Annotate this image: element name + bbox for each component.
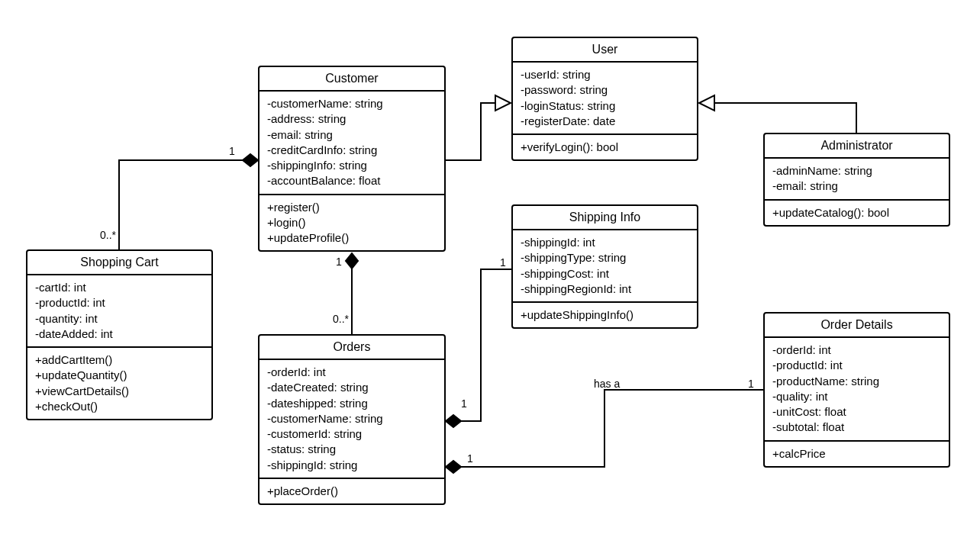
operation: +updateShippingInfo() xyxy=(521,307,689,323)
edge-admin-user xyxy=(714,103,856,133)
attribute: -password: string xyxy=(521,82,689,98)
generalization-arrow-icon xyxy=(495,95,511,111)
attributes-section: -orderId: int -dateCreated: string -date… xyxy=(260,360,444,478)
multiplicity-label: 1 xyxy=(500,256,506,269)
operation: +verifyLogin(): bool xyxy=(521,140,689,155)
attributes-section: -shippingId: int -shippingType: string -… xyxy=(513,230,697,301)
edge-customer-cart xyxy=(119,160,243,249)
operation: +updateCatalog(): bool xyxy=(772,205,941,220)
attribute: -shippingInfo: string xyxy=(267,158,437,173)
attribute: -quality: int xyxy=(772,389,941,404)
edge-orders-orderdetails xyxy=(461,390,763,467)
operation: +viewCartDetails() xyxy=(35,384,204,399)
multiplicity-label: 0..* xyxy=(100,229,116,241)
attributes-section: -adminName: string -email: string xyxy=(765,159,949,199)
class-title: Orders xyxy=(260,336,444,360)
class-shopping-cart: Shopping Cart -cartId: int -productId: i… xyxy=(26,249,213,420)
class-administrator: Administrator -adminName: string -email:… xyxy=(763,133,950,227)
operation: +placeOrder() xyxy=(267,484,437,499)
operations-section: +verifyLogin(): bool xyxy=(513,133,697,159)
multiplicity-label: 1 xyxy=(748,378,754,390)
attribute: -email: string xyxy=(267,127,437,143)
operation: +addCartItem() xyxy=(35,352,204,368)
operations-section: +updateCatalog(): bool xyxy=(765,199,949,225)
multiplicity-label: 1 xyxy=(461,397,467,410)
class-shipping-info: Shipping Info -shippingId: int -shipping… xyxy=(511,204,698,329)
operation: +calcPrice xyxy=(772,446,941,462)
attribute: -address: string xyxy=(267,111,437,127)
multiplicity-label: 1 xyxy=(336,256,342,268)
multiplicity-label: 1 xyxy=(229,145,235,157)
operation: +login() xyxy=(267,215,437,230)
multiplicity-label: 0..* xyxy=(333,313,349,325)
association-label: has a xyxy=(594,378,620,390)
attribute: -cartId: int xyxy=(35,280,204,295)
operations-section: +register() +login() +updateProfile() xyxy=(260,194,444,251)
attribute: -accountBalance: float xyxy=(267,173,437,188)
class-title: Shopping Cart xyxy=(27,251,211,275)
attribute: -adminName: string xyxy=(772,163,941,179)
composition-diamond-icon xyxy=(446,415,461,427)
attribute: -customerName: string xyxy=(267,96,437,111)
attribute: -shippingId: int xyxy=(521,235,689,250)
operations-section: +calcPrice xyxy=(765,440,949,466)
attribute: -shippingId: string xyxy=(267,458,437,473)
attribute: -shippingCost: int xyxy=(521,266,689,281)
operation: +checkOut() xyxy=(35,399,204,414)
attribute: -productId: int xyxy=(35,295,204,310)
attribute: -dateCreated: string xyxy=(267,380,437,395)
operations-section: +addCartItem() +updateQuantity() +viewCa… xyxy=(27,346,211,419)
attributes-section: -orderId: int -productId: int -productNa… xyxy=(765,338,949,440)
attribute: -quantity: int xyxy=(35,311,204,326)
attribute: -shippingType: string xyxy=(521,250,689,265)
class-orders: Orders -orderId: int -dateCreated: strin… xyxy=(258,334,446,505)
attribute: -loginStatus: string xyxy=(521,98,689,114)
operations-section: +updateShippingInfo() xyxy=(513,301,697,327)
class-title: Shipping Info xyxy=(513,206,697,230)
attributes-section: -userId: string -password: string -login… xyxy=(513,63,697,133)
operations-section: +placeOrder() xyxy=(260,478,444,503)
attribute: -orderId: int xyxy=(772,343,941,358)
generalization-arrow-icon xyxy=(699,95,714,111)
attribute: -subtotal: float xyxy=(772,420,941,435)
operation: +register() xyxy=(267,200,437,215)
attribute: -customerId: string xyxy=(267,426,437,442)
composition-diamond-icon xyxy=(346,253,358,269)
attribute: -creditCardInfo: string xyxy=(267,143,437,158)
attribute: -productId: int xyxy=(772,358,941,373)
attribute: -dateAdded: int xyxy=(35,326,204,342)
attribute: -customerName: string xyxy=(267,411,437,426)
class-title: User xyxy=(513,38,697,63)
operation: +updateProfile() xyxy=(267,230,437,246)
multiplicity-label: 1 xyxy=(467,452,473,465)
edge-orders-shipping xyxy=(461,269,511,421)
attribute: -status: string xyxy=(267,442,437,457)
attribute: -dateshipped: string xyxy=(267,396,437,411)
diagram-canvas: User -userId: string -password: string -… xyxy=(0,0,980,550)
operation: +updateQuantity() xyxy=(35,368,204,383)
composition-diamond-icon xyxy=(243,154,258,166)
class-title: Customer xyxy=(260,67,444,92)
composition-diamond-icon xyxy=(446,461,461,473)
attribute: -userId: string xyxy=(521,67,689,82)
attribute: -orderId: int xyxy=(267,365,437,380)
attributes-section: -customerName: string -address: string -… xyxy=(260,92,444,194)
attributes-section: -cartId: int -productId: int -quantity: … xyxy=(27,275,211,346)
class-order-details: Order Details -orderId: int -productId: … xyxy=(763,312,950,468)
class-user: User -userId: string -password: string -… xyxy=(511,37,698,161)
attribute: -email: string xyxy=(772,179,941,194)
attribute: -shippingRegionId: int xyxy=(521,281,689,297)
class-title: Administrator xyxy=(765,134,949,159)
class-title: Order Details xyxy=(765,314,949,338)
edge-customer-user xyxy=(446,103,495,160)
attribute: -unitCost: float xyxy=(772,404,941,420)
class-customer: Customer -customerName: string -address:… xyxy=(258,66,446,252)
attribute: -productName: string xyxy=(772,374,941,389)
attribute: -registerDate: date xyxy=(521,114,689,129)
